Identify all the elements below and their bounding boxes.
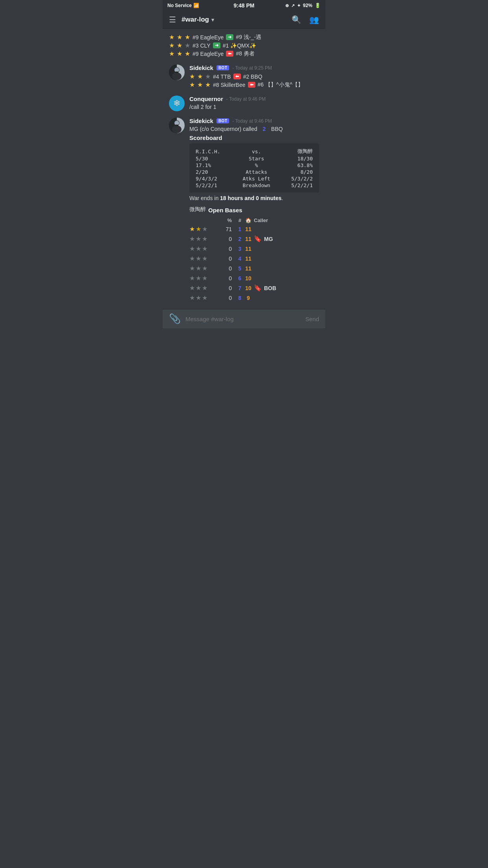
- status-left: No Service 📶: [167, 3, 199, 8]
- star-empty-icon: ★: [189, 284, 195, 292]
- scoreboard-title: Scoreboard: [189, 134, 319, 141]
- home-value: 11: [243, 226, 254, 232]
- call-number: 2: [263, 126, 266, 132]
- caller-value: 🔖 MG: [254, 235, 273, 243]
- list-item: ★ ★ ★ #4 TTB ⬅ #2 BBQ: [189, 73, 319, 80]
- menu-icon[interactable]: ☰: [169, 15, 176, 24]
- stars-col: ★ ★ ★: [189, 284, 218, 292]
- vs-label: vs.: [234, 147, 279, 155]
- star-filled-icon: ★: [169, 42, 174, 49]
- stars-col: ★ ★ ★: [189, 225, 218, 233]
- arrow-left-icon: ⬅: [233, 74, 241, 79]
- home-header: 🏠: [243, 217, 254, 223]
- breakdown-label: Breakdown: [234, 182, 279, 189]
- star-empty-icon: ★: [189, 274, 195, 282]
- battery-text: 92%: [303, 3, 312, 8]
- message-group: Sidekick BOT - Today at 9:46 PM MG (c/o …: [163, 114, 325, 306]
- right-breakdown: 5/2/2/1: [279, 182, 314, 189]
- carrier-text: No Service: [167, 3, 192, 8]
- message-input[interactable]: [185, 316, 301, 322]
- channel-label: #war-log: [182, 16, 209, 24]
- timestamp: - Today at 9:46 PM: [226, 96, 266, 102]
- pct-header: %: [218, 217, 232, 223]
- star-empty-icon: ★: [196, 255, 201, 262]
- star-filled-icon: ★: [177, 33, 182, 41]
- arrow-right-icon: ➜: [226, 34, 233, 40]
- battery-icon: 🔋: [315, 3, 321, 8]
- members-icon[interactable]: 👥: [309, 15, 319, 24]
- avatar: [169, 118, 185, 133]
- right-stars: 18/30: [279, 155, 314, 162]
- bluetooth-icon: ✦: [297, 3, 301, 8]
- star-filled-icon: ★: [189, 73, 195, 80]
- search-icon[interactable]: 🔍: [292, 15, 301, 24]
- star-empty-icon: ★: [189, 265, 195, 272]
- list-item: ★ ★ ★ 0 6 10: [189, 273, 319, 283]
- num-value: 3: [232, 246, 243, 252]
- pct-value: 0: [218, 275, 232, 281]
- message-group: ❄ Conquernor - Today at 9:46 PM /call 2 …: [163, 92, 325, 114]
- star-empty-icon: ★: [189, 245, 195, 252]
- message-content: Sidekick BOT - Today at 9:46 PM MG (c/o …: [189, 118, 319, 303]
- pct-value: 0: [218, 265, 232, 272]
- arrow-left-icon: ⬅: [248, 82, 255, 88]
- list-item: ★ ★ ★ #9 EagleEye ➜ #9 浅-_-遇: [169, 33, 319, 41]
- list-item: ★ ★ ★ 0 2 11 🔖 MG: [189, 234, 319, 244]
- star-empty-icon: ★: [202, 294, 207, 302]
- location-icon: ⊕: [285, 3, 289, 8]
- pct-value: 0: [218, 246, 232, 252]
- num-value: 5: [232, 265, 243, 272]
- list-item: ★ ★ ★ #8 SkillerBee ⬅ #6 【】^小鬼^【】: [189, 81, 319, 88]
- right-team: 微陶醉: [279, 147, 314, 155]
- navigation-icon: ↗: [291, 3, 295, 8]
- list-item: ★ ★ ★ 0 3 11: [189, 244, 319, 254]
- stars-col: ★ ★ ★: [189, 294, 218, 302]
- status-right: ⊕ ↗ ✦ 92% 🔋: [285, 3, 321, 8]
- num-value: 4: [232, 256, 243, 262]
- scoreboard: R.I.C.H. vs. 微陶醉 5/30 Stars 18/30 17.1% …: [189, 143, 319, 193]
- star-empty-icon: ★: [196, 245, 201, 252]
- home-value: 11: [243, 265, 254, 272]
- star-filled-icon: ★: [189, 81, 195, 88]
- left-attacks: 2/20: [194, 169, 234, 175]
- message-text: /call 2 for 1: [189, 104, 319, 110]
- stars-col: ★ ★ ★: [189, 245, 218, 252]
- send-button[interactable]: Send: [305, 316, 319, 322]
- message-header: Sidekick BOT - Today at 9:46 PM: [189, 118, 319, 124]
- message-header: Conquernor - Today at 9:46 PM: [189, 96, 319, 102]
- call-message: MG (c/o Conquernor) called 2 BBQ: [189, 126, 319, 132]
- caller-value: 🔖 BOB: [254, 284, 276, 292]
- message-input-bar[interactable]: 📎 Send: [163, 309, 325, 328]
- stars-col: ★ ★ ★: [189, 265, 218, 272]
- left-stars: 5/30: [194, 155, 234, 162]
- attacks-label: Attacks: [234, 169, 279, 175]
- star-filled-icon: ★: [169, 33, 174, 41]
- avatar: [169, 64, 185, 80]
- wifi-icon: 📶: [193, 3, 199, 8]
- open-bases-header: % # 🏠 Caller: [189, 217, 319, 224]
- star-empty-icon: ★: [189, 235, 195, 243]
- star-empty-icon: ★: [202, 284, 207, 292]
- star-filled-icon: ★: [189, 225, 195, 233]
- chevron-down-icon[interactable]: ▾: [211, 17, 214, 23]
- message-content: Sidekick BOT - Today at 9:25 PM ★ ★ ★ #4…: [189, 64, 319, 89]
- channel-name[interactable]: #war-log ▾: [182, 16, 214, 24]
- num-value: 7: [232, 285, 243, 291]
- pct-value: 0: [218, 236, 232, 242]
- star-empty-icon: ★: [202, 255, 207, 262]
- star-empty-icon: ★: [202, 245, 207, 252]
- attach-icon[interactable]: 📎: [169, 313, 181, 324]
- star-filled-icon: ★: [185, 33, 190, 41]
- star-empty-icon: ★: [202, 225, 207, 233]
- message-group: Sidekick BOT - Today at 9:25 PM ★ ★ ★ #4…: [163, 61, 325, 92]
- star-empty-icon: ★: [189, 294, 195, 302]
- status-time: 9:48 PM: [234, 2, 255, 9]
- left-team: R.I.C.H.: [194, 147, 234, 155]
- pct-value: 71: [218, 226, 232, 232]
- chat-area: ★ ★ ★ #9 EagleEye ➜ #9 浅-_-遇 ★ ★ ★ #3 CL…: [163, 29, 325, 309]
- list-item: ★ ★ ★ 0 7 10 🔖 BOB: [189, 283, 319, 293]
- open-bases-title: Open Bases: [208, 207, 242, 213]
- star-filled-icon: ★: [197, 73, 203, 80]
- home-value: 11: [243, 246, 254, 252]
- svg-rect-4: [175, 72, 178, 73]
